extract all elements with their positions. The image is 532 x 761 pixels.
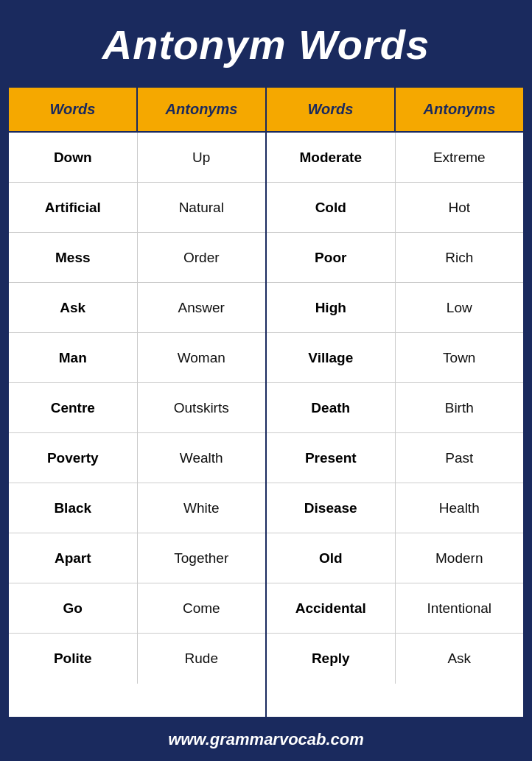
antonym-cell: Rude (138, 634, 266, 684)
word-cell: High (267, 283, 396, 332)
page-header: Antonym Words (0, 0, 532, 86)
word-cell: Reply (267, 634, 396, 684)
word-cell: Artificial (9, 183, 138, 232)
left-table: Words Antonyms Down Up Artificial Natura… (9, 88, 267, 717)
main-content: Words Antonyms Down Up Artificial Natura… (7, 86, 525, 718)
antonym-cell: Woman (138, 333, 266, 382)
word-cell: Centre (9, 383, 138, 432)
tables-wrapper: Words Antonyms Down Up Artificial Natura… (7, 86, 525, 718)
antonym-cell: Outskirts (138, 383, 266, 432)
table-row: Man Woman (9, 333, 265, 383)
table-row: Apart Together (9, 533, 265, 583)
antonym-cell: Health (396, 483, 524, 533)
word-cell: Village (267, 333, 396, 382)
table-row: Artificial Natural (9, 183, 265, 233)
word-cell: Present (267, 433, 396, 483)
right-antonyms-header: Antonyms (396, 88, 523, 131)
word-cell: Moderate (267, 133, 396, 182)
word-cell: Old (267, 533, 396, 583)
antonym-cell: Hot (396, 183, 524, 232)
antonym-cell: Intentional (396, 583, 524, 633)
word-cell: Death (267, 383, 396, 432)
antonym-cell: Extreme (396, 133, 524, 182)
table-row: Polite Rude (9, 634, 265, 684)
word-cell: Go (9, 583, 138, 633)
antonym-cell: Birth (396, 383, 524, 432)
table-row: Mess Order (9, 233, 265, 283)
antonym-cell: Order (138, 233, 266, 282)
table-row: Cold Hot (267, 183, 523, 233)
antonym-cell: Come (138, 583, 266, 633)
antonym-cell: Town (396, 333, 524, 382)
antonym-cell: Answer (138, 283, 266, 332)
table-row: Death Birth (267, 383, 523, 433)
right-words-header: Words (267, 88, 396, 131)
antonym-cell: Past (396, 433, 524, 483)
antonym-cell: White (138, 483, 266, 533)
word-cell: Polite (9, 634, 138, 684)
word-cell: Apart (9, 533, 138, 583)
table-row: Down Up (9, 133, 265, 183)
table-row: Present Past (267, 433, 523, 483)
table-row: Disease Health (267, 483, 523, 533)
antonym-cell: Low (396, 283, 524, 332)
table-row: Accidental Intentional (267, 583, 523, 634)
table-row: Go Come (9, 583, 265, 634)
word-cell: Down (9, 133, 138, 182)
word-cell: Accidental (267, 583, 396, 633)
antonym-cell: Ask (396, 634, 524, 684)
antonym-cell: Rich (396, 233, 524, 282)
table-row: Ask Answer (9, 283, 265, 333)
table-row: Poverty Wealth (9, 433, 265, 483)
antonym-cell: Wealth (138, 433, 266, 483)
page-footer: www.grammarvocab.com (0, 718, 532, 761)
left-table-header: Words Antonyms (9, 88, 265, 133)
word-cell: Cold (267, 183, 396, 232)
word-cell: Ask (9, 283, 138, 332)
antonym-cell: Modern (396, 533, 524, 583)
right-table-rows: Moderate Extreme Cold Hot Poor Rich High… (267, 133, 523, 684)
word-cell: Disease (267, 483, 396, 533)
table-row: Reply Ask (267, 634, 523, 684)
right-table: Words Antonyms Moderate Extreme Cold Hot… (267, 88, 523, 717)
antonym-cell: Up (138, 133, 266, 182)
left-table-rows: Down Up Artificial Natural Mess Order As… (9, 133, 265, 684)
word-cell: Man (9, 333, 138, 382)
right-table-header: Words Antonyms (267, 88, 523, 133)
table-row: High Low (267, 283, 523, 333)
left-antonyms-header: Antonyms (138, 88, 265, 131)
word-cell: Poor (267, 233, 396, 282)
table-row: Centre Outskirts (9, 383, 265, 433)
page-title: Antonym Words (15, 21, 517, 69)
table-row: Black White (9, 483, 265, 533)
word-cell: Black (9, 483, 138, 533)
antonym-cell: Natural (138, 183, 266, 232)
table-row: Village Town (267, 333, 523, 383)
table-row: Poor Rich (267, 233, 523, 283)
word-cell: Poverty (9, 433, 138, 483)
left-words-header: Words (9, 88, 138, 131)
antonym-cell: Together (138, 533, 266, 583)
word-cell: Mess (9, 233, 138, 282)
table-row: Old Modern (267, 533, 523, 583)
table-row: Moderate Extreme (267, 133, 523, 183)
footer-url: www.grammarvocab.com (168, 730, 364, 748)
